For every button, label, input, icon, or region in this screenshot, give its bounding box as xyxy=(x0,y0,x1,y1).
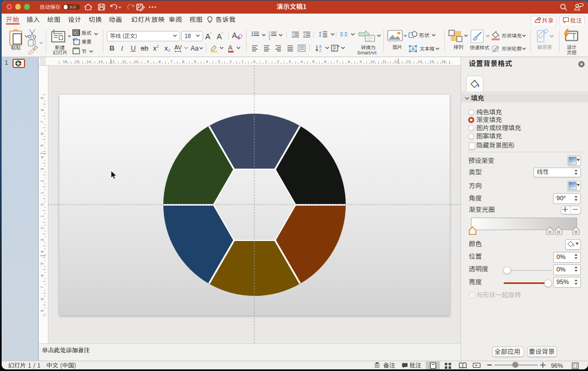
svg-text:6: 6 xyxy=(182,59,185,64)
svg-text:10: 10 xyxy=(370,59,375,64)
svg-text:3: 3 xyxy=(218,59,220,64)
svg-text:6: 6 xyxy=(40,133,45,135)
svg-text:11: 11 xyxy=(122,59,126,64)
svg-text:4: 4 xyxy=(40,251,45,253)
svg-text:6: 6 xyxy=(324,59,326,64)
svg-text:7: 7 xyxy=(40,121,45,123)
svg-text:0: 0 xyxy=(253,59,255,64)
svg-text:15: 15 xyxy=(430,59,434,64)
svg-text:2: 2 xyxy=(230,59,232,64)
svg-text:4: 4 xyxy=(301,59,303,64)
svg-text:6: 6 xyxy=(40,274,45,276)
svg-text:5: 5 xyxy=(194,59,196,64)
svg-text:15: 15 xyxy=(75,59,79,64)
svg-text:3: 3 xyxy=(289,59,291,64)
svg-text:A: A xyxy=(319,45,322,48)
svg-text:12: 12 xyxy=(394,59,398,64)
svg-text:7: 7 xyxy=(40,286,45,288)
svg-text:16: 16 xyxy=(441,59,445,64)
svg-text:5: 5 xyxy=(313,59,315,64)
svg-text:AV: AV xyxy=(174,45,182,51)
svg-text:13: 13 xyxy=(406,59,410,64)
svg-text:3: 3 xyxy=(40,168,45,170)
svg-text:13: 13 xyxy=(98,59,102,64)
svg-text:9: 9 xyxy=(359,59,362,64)
svg-text:16: 16 xyxy=(63,59,67,64)
svg-text:2: 2 xyxy=(40,227,45,229)
svg-text:14: 14 xyxy=(418,59,422,64)
svg-text:5: 5 xyxy=(40,144,45,146)
svg-text:9: 9 xyxy=(40,310,45,312)
svg-text:10: 10 xyxy=(134,59,138,64)
svg-text:8: 8 xyxy=(348,59,350,64)
svg-text:1: 1 xyxy=(265,59,267,64)
svg-text:7: 7 xyxy=(170,59,173,64)
svg-text:8: 8 xyxy=(40,298,45,300)
svg-text:11: 11 xyxy=(382,59,387,64)
svg-text:1: 1 xyxy=(40,191,45,194)
svg-text:A: A xyxy=(232,31,237,40)
svg-text:Z: Z xyxy=(319,48,322,52)
svg-text:2: 2 xyxy=(40,180,45,182)
svg-text:2: 2 xyxy=(277,59,279,64)
svg-text:4: 4 xyxy=(40,156,45,158)
svg-text:1: 1 xyxy=(241,59,243,64)
svg-text:9: 9 xyxy=(146,59,149,64)
svg-text:A: A xyxy=(412,46,415,52)
svg-text:1: 1 xyxy=(40,215,45,218)
svg-text:A: A xyxy=(228,44,232,52)
svg-text:9: 9 xyxy=(40,97,45,99)
svg-text:4: 4 xyxy=(206,59,208,64)
svg-text:7: 7 xyxy=(336,59,338,64)
svg-text:8: 8 xyxy=(40,109,45,111)
svg-text:8: 8 xyxy=(158,59,161,64)
svg-text:14: 14 xyxy=(87,59,91,64)
svg-text:3: 3 xyxy=(40,239,45,241)
svg-text:5: 5 xyxy=(40,263,45,265)
svg-text:0: 0 xyxy=(40,203,45,206)
